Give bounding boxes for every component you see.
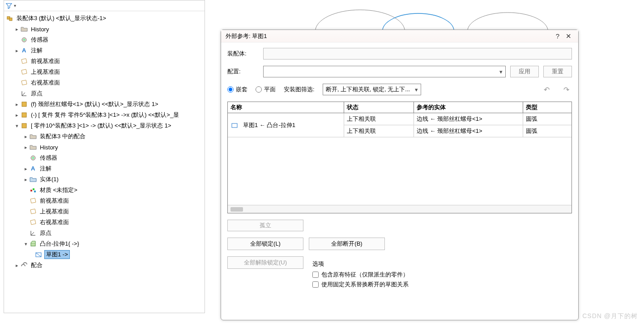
dropdown-icon[interactable]: ▾ <box>14 3 16 8</box>
chevron-down-icon: ▾ <box>499 68 503 75</box>
tree-part10[interactable]: ▾[ 零件10^装配体3 ]<1> -> (默认) <<默认>_显示状态 1> <box>4 120 205 131</box>
replace-broken-checkbox[interactable]: 使用固定关系替换断开的草图关系 <box>312 280 572 289</box>
feature-tree-panel: ▾ 装配体3 (默认) <默认_显示状态-1> ▸History 传感器 ▸A注… <box>4 0 205 313</box>
break-all-button[interactable]: 全部断开(B) <box>309 238 385 250</box>
part-icon <box>20 100 28 108</box>
grid-scrollbar[interactable] <box>228 205 571 213</box>
unlock-all-button[interactable]: 全部解除锁定(U) <box>227 256 303 269</box>
col-type-header[interactable]: 类型 <box>523 102 571 113</box>
folder-icon <box>20 25 28 33</box>
dialog-titlebar[interactable]: 外部参考: 草图1 ? ✕ <box>221 30 578 42</box>
include-original-checkbox[interactable]: 包含原有特征（仅限派生的零件） <box>312 271 572 279</box>
cell-ref: 边线 ← 颈部丝杠螺母<1> <box>414 125 523 137</box>
collapse-icon[interactable]: ▾ <box>23 241 29 247</box>
svg-rect-19 <box>232 123 237 128</box>
svg-rect-16 <box>34 191 36 192</box>
help-icon[interactable]: ? <box>552 31 563 42</box>
svg-point-6 <box>23 39 25 41</box>
tree-part-f[interactable]: ▸(f) 颈部丝杠螺母<1> (默认) <<默认>_显示状态 1> <box>4 99 205 110</box>
close-icon[interactable]: ✕ <box>563 31 574 42</box>
expand-icon[interactable]: ▸ <box>14 102 20 107</box>
tree-sub-mates[interactable]: ▸装配体3 中的配合 <box>4 131 205 142</box>
cell-state: 上下相关联 <box>344 125 414 137</box>
sensors-icon <box>29 154 37 162</box>
watermark: CSDN @月下的树 <box>582 312 638 320</box>
folder-icon <box>29 143 37 151</box>
apply-button[interactable]: 应用 <box>510 66 539 77</box>
svg-rect-14 <box>30 190 32 191</box>
nested-radio[interactable]: 嵌套 <box>227 85 247 94</box>
svg-point-12 <box>32 157 34 159</box>
mates-icon <box>20 261 28 269</box>
references-grid: 名称 状态 参考的实体 类型 草图1 ← 凸台-拉伸1 上下相关联 边线 ← 颈… <box>227 102 572 213</box>
tree-sub-sensors[interactable]: 传感器 <box>4 153 205 163</box>
tree-boss[interactable]: ▾凸台-拉伸1{ ->} <box>4 238 205 249</box>
col-state-header[interactable]: 状态 <box>344 102 414 113</box>
tree-root[interactable]: 装配体3 (默认) <默认_显示状态-1> <box>4 13 205 24</box>
tree-plane-top[interactable]: 上视基准面 <box>4 67 205 77</box>
reset-button[interactable]: 重置 <box>543 66 572 77</box>
col-name-header[interactable]: 名称 <box>228 102 344 113</box>
tree-sub-material[interactable]: 材质 <未指定> <box>4 185 205 196</box>
assembly-icon <box>6 14 14 22</box>
tree-sub-history[interactable]: ▸History <box>4 142 205 153</box>
dialog-title: 外部参考: 草图1 <box>226 32 552 40</box>
cell-ref: 边线 ← 颈部丝杠螺母<1> <box>414 113 523 125</box>
external-references-dialog: 外部参考: 草图1 ? ✕ 装配体: 配置: ▾ 应用 重置 嵌套 平面 安装图… <box>221 30 579 320</box>
tree-sensors[interactable]: 传感器 <box>4 34 205 45</box>
svg-rect-8 <box>22 102 26 106</box>
filter-icon[interactable] <box>6 3 12 9</box>
config-select[interactable]: ▾ <box>263 66 506 77</box>
expand-icon[interactable]: ▸ <box>14 263 20 268</box>
cell-type: 圆弧 <box>523 125 571 137</box>
sketch-icon <box>230 121 239 129</box>
undo-icon[interactable]: ↶ <box>541 84 552 95</box>
grid-row[interactable]: 草图1 ← 凸台-拉伸1 上下相关联 边线 ← 颈部丝杠螺母<1> 圆弧 上下相… <box>228 113 571 137</box>
filter-select[interactable]: 断开, 上下相关联, 锁定, 无上下...▾ <box>323 84 421 95</box>
cell-state: 上下相关联 <box>344 113 414 125</box>
filter-label: 安装图筛选: <box>284 85 315 94</box>
annotation-icon: A <box>29 165 37 173</box>
tree-origin[interactable]: 原点 <box>4 88 205 99</box>
expand-icon[interactable]: ▸ <box>14 112 20 118</box>
assembly-input[interactable] <box>263 48 572 60</box>
tree-sub-solid[interactable]: ▸实体(1) <box>4 174 205 185</box>
tree-history[interactable]: ▸History <box>4 24 205 34</box>
annotation-icon: A <box>20 47 28 55</box>
isolate-button[interactable]: 孤立 <box>227 220 303 231</box>
tree-part-mirror[interactable]: ▸(-) [ 复件 复件 零件5^装配体3 ]<1> ->x (默认) <<默认… <box>4 110 205 120</box>
tree-plane-front[interactable]: 前视基准面 <box>4 56 205 67</box>
collapse-icon[interactable]: ▾ <box>14 123 20 129</box>
chevron-down-icon: ▾ <box>415 86 418 93</box>
tree-sub-annot[interactable]: ▸A注解 <box>4 163 205 174</box>
cell-type: 圆弧 <box>523 113 571 125</box>
expand-icon[interactable]: ▸ <box>14 48 20 54</box>
plane-icon <box>20 57 28 65</box>
svg-text:A: A <box>22 47 26 54</box>
col-ref-header[interactable]: 参考的实体 <box>414 102 523 113</box>
tree-annotations[interactable]: ▸A注解 <box>4 45 205 56</box>
tree-mates[interactable]: ▸配合 <box>4 260 205 271</box>
expand-icon[interactable]: ▸ <box>14 26 20 32</box>
material-icon <box>29 186 37 194</box>
plane-icon <box>29 197 37 205</box>
config-label: 配置: <box>227 68 259 76</box>
expand-icon[interactable]: ▸ <box>23 134 29 140</box>
expand-icon[interactable]: ▸ <box>23 177 29 183</box>
sensors-icon <box>20 36 28 44</box>
tree-sub-plane-front[interactable]: 前视基准面 <box>4 196 205 206</box>
tree-sub-origin[interactable]: 原点 <box>4 228 205 238</box>
expand-icon[interactable]: ▸ <box>23 144 29 150</box>
expand-icon[interactable]: ▸ <box>23 166 29 172</box>
lock-all-button[interactable]: 全部锁定(L) <box>227 238 303 250</box>
svg-text:A: A <box>31 165 35 172</box>
tree-sketch-selected[interactable]: 草图1 -> <box>4 249 205 260</box>
sketch-icon <box>34 251 43 259</box>
origin-icon <box>20 89 28 98</box>
flat-radio[interactable]: 平面 <box>256 85 276 94</box>
plane-icon <box>20 79 28 87</box>
tree-sub-plane-top[interactable]: 上视基准面 <box>4 206 205 217</box>
tree-plane-right[interactable]: 右视基准面 <box>4 77 205 88</box>
tree-sub-plane-right[interactable]: 右视基准面 <box>4 217 205 228</box>
redo-icon[interactable]: ↷ <box>560 84 572 95</box>
